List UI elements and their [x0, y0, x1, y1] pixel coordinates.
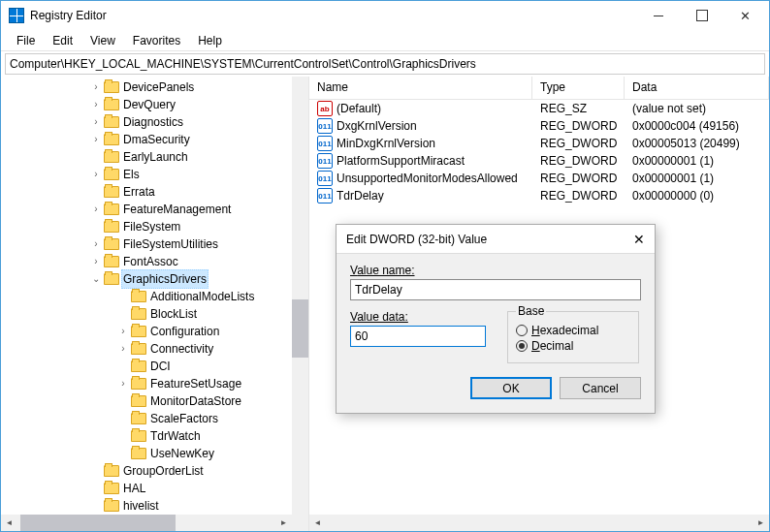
chevron-right-icon[interactable]: ›	[115, 323, 131, 340]
list-row[interactable]: 011MinDxgKrnlVersionREG_DWORD0x00005013 …	[309, 135, 769, 152]
tree-item-scalefactors[interactable]: ScaleFactors	[1, 410, 308, 427]
menu-favorites[interactable]: Favorites	[125, 32, 188, 49]
scroll-right-button[interactable]: ►	[275, 515, 292, 531]
tree-item-label: FeatureSetUsage	[150, 375, 241, 392]
value-data: 0x00000000 (0)	[625, 189, 769, 203]
list-row[interactable]: 011DxgKrnlVersionREG_DWORD0x0000c004 (49…	[309, 117, 769, 135]
radio-decimal[interactable]: Decimal	[516, 339, 630, 353]
chevron-right-icon[interactable]: ›	[88, 78, 104, 96]
tree-item-dci[interactable]: DCI	[1, 358, 308, 375]
dialog-titlebar[interactable]: Edit DWORD (32-bit) Value ✕	[337, 225, 655, 254]
tree-item-filesystem[interactable]: FileSystem	[1, 218, 308, 235]
list-row[interactable]: 011TdrDelayREG_DWORD0x00000000 (0)	[309, 187, 769, 204]
tree-item-featuremanagement[interactable]: ›FeatureManagement	[1, 201, 308, 218]
value-name: PlatformSupportMiracast	[337, 154, 465, 168]
chevron-right-icon[interactable]: ›	[88, 113, 104, 131]
list-scrollbar-horizontal[interactable]: ◄ ►	[309, 515, 769, 531]
tree-item-hivelist[interactable]: hivelist	[1, 497, 308, 515]
folder-icon	[104, 203, 119, 215]
value-type: REG_SZ	[532, 102, 625, 115]
value-name-field[interactable]	[350, 279, 641, 300]
tree-item-label: hivelist	[123, 497, 159, 515]
value-data: 0x00000001 (1)	[625, 172, 769, 185]
folder-icon	[131, 360, 146, 372]
folder-icon	[104, 273, 119, 285]
tree-item-additionalmodelists[interactable]: AdditionalModeLists	[1, 288, 308, 305]
chevron-down-icon[interactable]: ⌄	[88, 270, 104, 288]
folder-icon	[131, 378, 146, 390]
list-scroll-left-button[interactable]: ◄	[309, 515, 326, 531]
chevron-right-icon[interactable]: ›	[115, 375, 131, 392]
scroll-left-button[interactable]: ◄	[1, 515, 17, 531]
titlebar[interactable]: Registry Editor	[1, 1, 769, 30]
column-type[interactable]: Type	[532, 77, 625, 99]
close-button[interactable]	[723, 1, 767, 30]
list-row[interactable]: ab(Default)REG_SZ(value not set)	[309, 100, 769, 117]
tree-item-connectivity[interactable]: ›Connectivity	[1, 340, 308, 358]
value-name: TdrDelay	[337, 189, 384, 203]
ok-button[interactable]: OK	[470, 377, 552, 399]
chevron-right-icon[interactable]: ›	[88, 201, 104, 218]
tree-item-grouporderlist[interactable]: GroupOrderList	[1, 462, 308, 480]
tree-item-label: Els	[123, 166, 140, 183]
chevron-right-icon[interactable]: ›	[88, 235, 104, 253]
tree-item-tdrwatch[interactable]: TdrWatch	[1, 427, 308, 445]
column-data[interactable]: Data	[625, 77, 769, 99]
tree-item-errata[interactable]: Errata	[1, 183, 308, 201]
folder-icon	[104, 134, 119, 145]
folder-icon	[104, 483, 119, 494]
tree-item-blocklist[interactable]: BlockList	[1, 305, 308, 323]
value-type: REG_DWORD	[532, 172, 625, 185]
minimize-button[interactable]	[636, 1, 680, 30]
tree-scrollbar-vertical[interactable]	[292, 77, 308, 515]
address-bar[interactable]: Computer\HKEY_LOCAL_MACHINE\SYSTEM\Curre…	[5, 53, 765, 75]
maximize-button[interactable]	[680, 1, 723, 30]
tree-item-earlylaunch[interactable]: EarlyLaunch	[1, 148, 308, 166]
tree-item-label: BlockList	[150, 305, 197, 323]
menu-file[interactable]: File	[9, 32, 43, 49]
tree-item-hal[interactable]: HAL	[1, 480, 308, 497]
tree-item-fontassoc[interactable]: ›FontAssoc	[1, 253, 308, 270]
tree-item-configuration[interactable]: ›Configuration	[1, 323, 308, 340]
tree-item-usenewkey[interactable]: UseNewKey	[1, 445, 308, 462]
dialog-close-icon[interactable]: ✕	[633, 232, 645, 247]
chevron-right-icon[interactable]: ›	[115, 340, 131, 358]
list-scroll-right-button[interactable]: ►	[753, 515, 769, 531]
tree-item-dmasecurity[interactable]: ›DmaSecurity	[1, 131, 308, 148]
tree-item-diagnostics[interactable]: ›Diagnostics	[1, 113, 308, 131]
folder-icon	[131, 448, 146, 459]
value-data: 0x00005013 (20499)	[625, 137, 769, 150]
menu-help[interactable]: Help	[190, 32, 230, 49]
tree-item-monitordatastore[interactable]: MonitorDataStore	[1, 392, 308, 410]
dialog-title: Edit DWORD (32-bit) Value	[346, 233, 487, 246]
column-name[interactable]: Name	[309, 77, 532, 99]
tree-item-graphicsdrivers[interactable]: ⌄GraphicsDrivers	[1, 270, 308, 288]
tree-item-label: FontAssoc	[123, 253, 178, 270]
chevron-right-icon[interactable]: ›	[88, 166, 104, 183]
value-data-field[interactable]	[350, 326, 486, 347]
tree-item-els[interactable]: ›Els	[1, 166, 308, 183]
tree-item-label: AdditionalModeLists	[150, 288, 254, 305]
tree-item-label: FileSystemUtilities	[123, 235, 218, 253]
menu-view[interactable]: View	[82, 32, 123, 49]
tree-scroll-thumb-horizontal[interactable]	[20, 515, 176, 531]
chevron-right-icon[interactable]: ›	[88, 253, 104, 270]
menu-edit[interactable]: Edit	[45, 32, 80, 49]
cancel-button[interactable]: Cancel	[560, 377, 641, 399]
tree-item-featuresetusage[interactable]: ›FeatureSetUsage	[1, 375, 308, 392]
tree-item-devicepanels[interactable]: ›DevicePanels	[1, 78, 308, 96]
radio-hexadecimal[interactable]: Hexadecimal	[516, 324, 630, 337]
list-row[interactable]: 011UnsupportedMonitorModesAllowedREG_DWO…	[309, 170, 769, 187]
tree-scroll-thumb-vertical[interactable]	[292, 299, 308, 358]
folder-icon	[131, 395, 146, 407]
radio-dec-icon	[516, 340, 528, 352]
list-row[interactable]: 011PlatformSupportMiracastREG_DWORD0x000…	[309, 152, 769, 170]
window-title: Registry Editor	[30, 9, 636, 22]
tree-item-filesystemutilities[interactable]: ›FileSystemUtilities	[1, 235, 308, 253]
chevron-right-icon[interactable]: ›	[88, 96, 104, 113]
value-data: (value not set)	[625, 102, 769, 115]
tree-item-label: UseNewKey	[150, 445, 214, 462]
dword-value-icon: 011	[317, 171, 333, 186]
tree-item-devquery[interactable]: ›DevQuery	[1, 96, 308, 113]
chevron-right-icon[interactable]: ›	[88, 131, 104, 148]
